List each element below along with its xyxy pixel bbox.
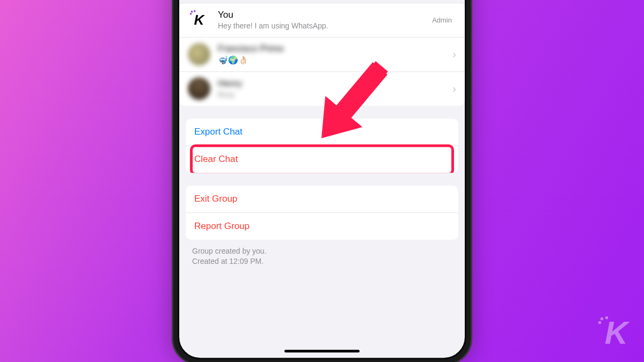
participant-row-member[interactable]: Francisco Primo 🤿🌍👌🏻 › [179,37,465,71]
participant-status: Hey there! I am using WhatsApp. [218,21,432,30]
phone-frame: K You Hey there! I am using WhatsApp. Ad… [172,0,472,362]
participant-row-you[interactable]: K You Hey there! I am using WhatsApp. Ad… [179,3,465,37]
export-chat-button[interactable]: Export Chat [186,119,458,145]
participants-list: K You Hey there! I am using WhatsApp. Ad… [179,3,465,106]
chat-actions-section: Export Chat Clear Chat [186,119,458,173]
report-group-button[interactable]: Report Group [186,212,458,240]
participant-name-blurred: Henry [218,78,452,89]
participant-status-blurred: Busy [218,90,452,99]
clear-chat-button[interactable]: Clear Chat [186,145,458,173]
chevron-right-icon: › [452,48,456,61]
admin-badge: Admin [432,16,452,24]
participant-row-member[interactable]: Henry Busy › [179,71,465,106]
chevron-right-icon: › [452,83,456,95]
home-indicator[interactable] [284,350,360,352]
footer-line: Created at 12:09 PM. [192,256,452,267]
footer-line: Group created by you. [192,246,452,257]
participant-name-blurred: Francisco Primo [218,43,452,54]
group-creation-info: Group created by you. Created at 12:09 P… [179,240,465,274]
phone-screen: K You Hey there! I am using WhatsApp. Ad… [178,0,466,359]
participant-status: 🤿🌍👌🏻 [218,55,452,65]
avatar-you: K [188,9,210,31]
avatar-member [188,77,210,100]
avatar-member [188,43,210,65]
exit-group-button[interactable]: Exit Group [186,186,458,212]
group-actions-section: Exit Group Report Group [186,186,458,240]
participant-name: You [218,10,432,20]
watermark-logo: K [605,314,628,351]
